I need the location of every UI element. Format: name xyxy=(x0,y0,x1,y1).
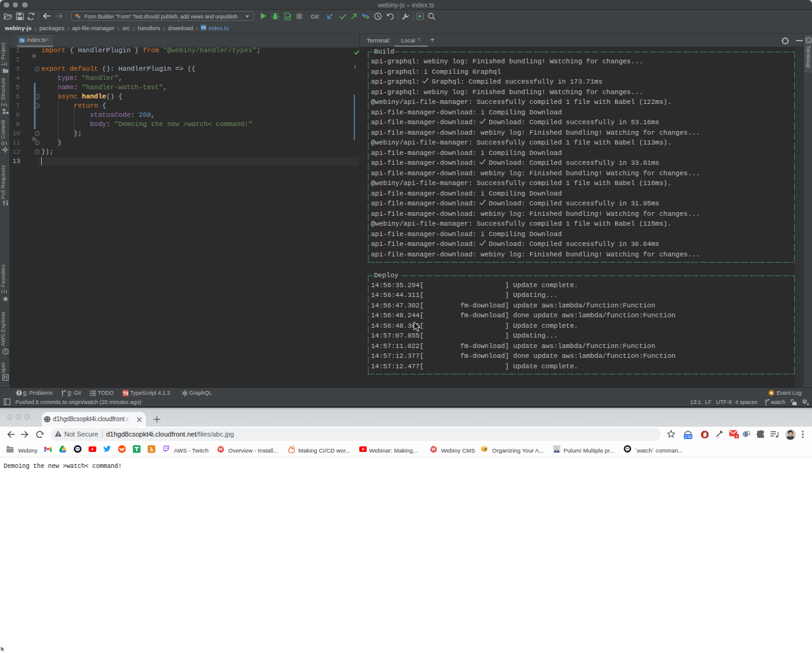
svg-text:TS: TS xyxy=(122,391,128,395)
svg-text:W: W xyxy=(218,447,223,451)
svg-text:2.26: 2.26 xyxy=(685,435,691,438)
svg-text:λ: λ xyxy=(150,446,154,453)
svg-text:TS: TS xyxy=(20,39,25,42)
svg-text:b: b xyxy=(485,448,487,451)
svg-text:TS: TS xyxy=(201,26,206,30)
svg-text:W: W xyxy=(431,447,436,451)
svg-text:5: 5 xyxy=(735,435,737,438)
